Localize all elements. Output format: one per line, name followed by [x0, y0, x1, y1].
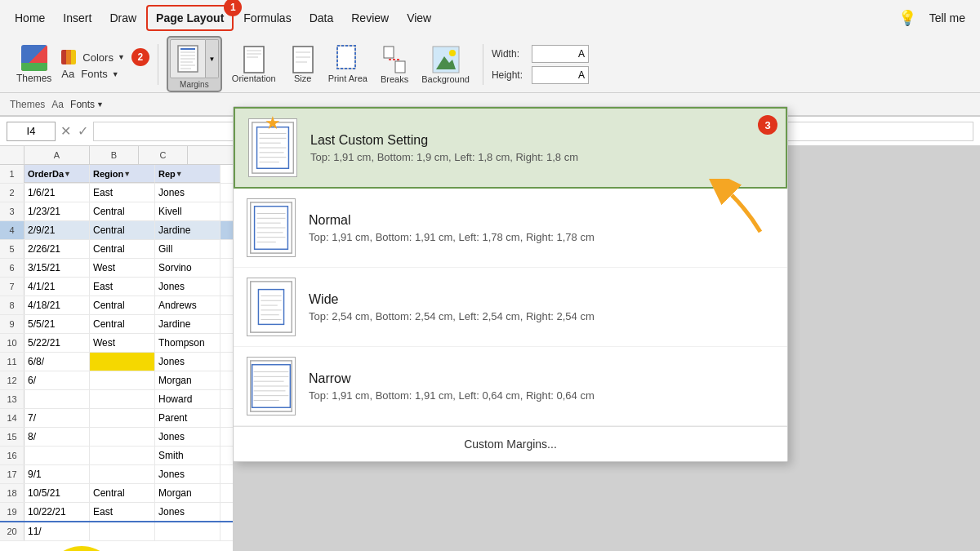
- tell-me[interactable]: Tell me: [921, 7, 973, 29]
- menu-review[interactable]: Review: [343, 7, 397, 29]
- table-row: 16 Smith: [0, 447, 233, 465]
- cell-C4[interactable]: Jardine: [155, 221, 220, 239]
- cell-B20[interactable]: [90, 522, 155, 540]
- margins-inner: ▼ Margins: [170, 39, 219, 89]
- cell-B2[interactable]: East: [90, 184, 155, 202]
- cell-C18[interactable]: Morgan: [155, 484, 220, 502]
- cell-C1[interactable]: Rep ▼: [155, 165, 220, 183]
- cell-B4[interactable]: Central: [90, 221, 155, 239]
- orientation-button[interactable]: Orientation: [225, 42, 283, 87]
- margin-option-normal[interactable]: Normal Top: 1,91 cm, Bottom: 1,91 cm, Le…: [234, 189, 787, 268]
- cell-C11[interactable]: Jones: [155, 353, 220, 371]
- cell-A1[interactable]: OrderDa ▼: [24, 165, 90, 183]
- cell-B3[interactable]: Central: [90, 202, 155, 220]
- breaks-button[interactable]: Breaks: [376, 42, 413, 87]
- margins-icon-button[interactable]: [170, 39, 206, 78]
- cell-A6[interactable]: 3/15/21: [24, 259, 90, 277]
- menu-view[interactable]: View: [399, 7, 439, 29]
- cell-B11[interactable]: [90, 353, 155, 371]
- cell-A16[interactable]: [24, 447, 90, 464]
- cell-C17[interactable]: Jones: [155, 465, 220, 483]
- menu-draw[interactable]: Draw: [101, 7, 145, 29]
- cell-C15[interactable]: Jones: [155, 428, 220, 446]
- themes-button[interactable]: Themes: [10, 42, 58, 87]
- cell-B15[interactable]: [90, 428, 155, 446]
- cell-C10[interactable]: Thompson: [155, 334, 220, 352]
- cell-C6[interactable]: Sorvino: [155, 259, 220, 277]
- cell-C2[interactable]: Jones: [155, 184, 220, 202]
- custom-margins-link[interactable]: Custom Margins...: [464, 438, 557, 451]
- col-header-B[interactable]: B: [90, 146, 139, 164]
- cell-B19[interactable]: East: [90, 503, 155, 521]
- cell-A8[interactable]: 4/18/21: [24, 296, 90, 314]
- colors-button[interactable]: Colors ▼: [79, 51, 128, 64]
- cell-A11[interactable]: 6/8/: [24, 353, 90, 371]
- col-header-A[interactable]: A: [24, 146, 90, 164]
- margins-dropdown-button[interactable]: ▼: [206, 39, 219, 78]
- cell-C8[interactable]: Andrews: [155, 296, 220, 314]
- col-header-C[interactable]: C: [139, 146, 188, 164]
- cell-B10[interactable]: West: [90, 334, 155, 352]
- cell-A13[interactable]: [24, 390, 90, 408]
- cell-B9[interactable]: Central: [90, 315, 155, 333]
- menu-insert[interactable]: Insert: [55, 7, 100, 29]
- height-input[interactable]: [532, 66, 589, 84]
- background-button[interactable]: Background: [416, 42, 474, 87]
- cell-B16[interactable]: [90, 447, 155, 464]
- row-header: 18: [0, 484, 24, 502]
- cell-B7[interactable]: East: [90, 278, 155, 295]
- menu-formulas[interactable]: Formulas: [235, 7, 299, 29]
- cell-A7[interactable]: 4/1/21: [24, 278, 90, 295]
- cell-A10[interactable]: 5/22/21: [24, 334, 90, 352]
- print-area-button[interactable]: Print Area: [323, 41, 372, 87]
- cell-C13[interactable]: Howard: [155, 390, 220, 408]
- cell-A4[interactable]: 2/9/21: [24, 221, 90, 239]
- margin-option-narrow[interactable]: Narrow Top: 1,91 cm, Bottom: 1,91 cm, Le…: [234, 347, 787, 426]
- menu-page-layout[interactable]: Page Layout 1: [146, 5, 234, 31]
- margin-option-last-custom[interactable]: ★ Last Custom Setting Top: 1,91 cm, Bott…: [234, 107, 787, 189]
- menu-home[interactable]: Home: [7, 7, 53, 29]
- margins-button-wrap[interactable]: ▼ Margins: [167, 36, 222, 92]
- cell-B1[interactable]: Region ▼: [90, 165, 155, 183]
- cell-A18[interactable]: 10/5/21: [24, 484, 90, 502]
- cell-C19[interactable]: Jones: [155, 503, 220, 521]
- fonts-dropdown-icon[interactable]: ▼: [112, 70, 119, 78]
- fonts-button[interactable]: Fonts ▼: [78, 68, 122, 80]
- cell-C12[interactable]: Morgan: [155, 371, 220, 389]
- cell-C16[interactable]: Smith: [155, 447, 220, 464]
- menu-data[interactable]: Data: [301, 7, 342, 29]
- cell-C3[interactable]: Kivell: [155, 202, 220, 220]
- cell-B13[interactable]: [90, 390, 155, 408]
- cell-A2[interactable]: 1/6/21: [24, 184, 90, 202]
- cell-A14[interactable]: 7/: [24, 409, 90, 427]
- cell-C14[interactable]: Parent: [155, 409, 220, 427]
- cell-A3[interactable]: 1/23/21: [24, 202, 90, 220]
- cell-B12[interactable]: [90, 371, 155, 389]
- size-button[interactable]: Size: [286, 42, 320, 87]
- cancel-formula-icon[interactable]: ✕: [60, 123, 71, 139]
- cell-C9[interactable]: Jardine: [155, 315, 220, 333]
- width-input[interactable]: [532, 45, 589, 63]
- cell-C5[interactable]: Gill: [155, 240, 220, 258]
- cell-B5[interactable]: Central: [90, 240, 155, 258]
- cell-A5[interactable]: 2/26/21: [24, 240, 90, 258]
- cell-A12[interactable]: 6/: [24, 371, 90, 389]
- cell-B6[interactable]: West: [90, 259, 155, 277]
- custom-margins-row[interactable]: Custom Margins...: [234, 426, 787, 461]
- cell-B18[interactable]: Central: [90, 484, 155, 502]
- fonts-subrow-button[interactable]: Fonts ▼: [70, 99, 104, 110]
- cell-C20[interactable]: [155, 522, 220, 540]
- colors-dropdown-icon[interactable]: ▼: [118, 53, 125, 61]
- cell-A20[interactable]: 11/: [24, 522, 90, 540]
- cell-A19[interactable]: 10/22/21: [24, 503, 90, 521]
- confirm-formula-icon[interactable]: ✓: [78, 123, 88, 139]
- margin-option-wide[interactable]: Wide Top: 2,54 cm, Bottom: 2,54 cm, Left…: [234, 268, 787, 347]
- cell-reference[interactable]: I4: [7, 122, 56, 141]
- cell-A17[interactable]: 9/1: [24, 465, 90, 483]
- cell-B14[interactable]: [90, 409, 155, 427]
- cell-A15[interactable]: 8/: [24, 428, 90, 446]
- cell-C7[interactable]: Jones: [155, 278, 220, 295]
- cell-A9[interactable]: 5/5/21: [24, 315, 90, 333]
- cell-B8[interactable]: Central: [90, 296, 155, 314]
- cell-B17[interactable]: [90, 465, 155, 483]
